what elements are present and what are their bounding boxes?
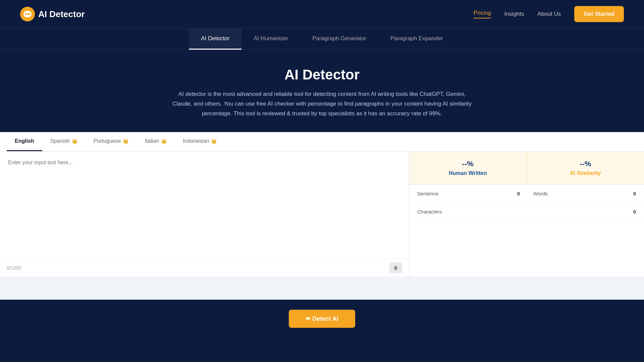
metric-row-characters: Characters 0: [409, 203, 644, 221]
lang-portuguese-label: Portuguese: [94, 138, 121, 144]
lang-tab-spanish[interactable]: Spanish 👑: [42, 132, 86, 151]
nav-right: Pricing Insights About Us Get Started: [474, 6, 624, 22]
editor-container: 0/1200 🗑 --% Human Written --% AI Simila…: [0, 152, 644, 277]
hero-title: AI Detector: [67, 67, 577, 83]
svg-point-3: [28, 13, 30, 15]
delete-button[interactable]: 🗑: [389, 262, 402, 273]
results-metrics: Sentence 0 Words 0 Characters 0: [409, 184, 644, 221]
sub-nav: AI Detector AI Humanizer Paragraph Gener…: [0, 28, 644, 50]
detect-section: ✏ Detect AI: [0, 300, 644, 338]
results-stats: --% Human Written --% AI Similarity: [409, 152, 644, 184]
delete-icon: 🗑: [393, 265, 398, 270]
language-tabs: English Spanish 👑 Portuguese 👑 Italian 👑…: [0, 132, 644, 152]
hero-description: AI detector is the most advanced and rel…: [171, 89, 473, 119]
sub-nav-paragraph-expander[interactable]: Paragraph Expander: [378, 28, 455, 50]
crown-icon-indonesian: 👑: [211, 138, 217, 144]
sentence-label: Sentence: [417, 191, 511, 196]
human-written-percent: --%: [417, 160, 519, 168]
sub-nav-ai-humanizer[interactable]: AI Humanizer: [241, 28, 300, 50]
lang-tab-portuguese[interactable]: Portuguese 👑: [86, 132, 137, 151]
text-input-area: 0/1200 🗑: [0, 152, 409, 277]
lang-tab-indonesian[interactable]: Indonesian 👑: [175, 132, 225, 151]
sub-nav-ai-detector[interactable]: AI Detector: [189, 28, 241, 50]
words-label: Words: [533, 191, 627, 196]
hero-section: AI Detector AI detector is the most adva…: [0, 50, 644, 132]
logo-icon: [20, 7, 35, 21]
words-value: 0: [633, 191, 636, 196]
metric-row-sentence-words: Sentence 0 Words 0: [409, 185, 644, 203]
header: AI Detector Pricing Insights About Us Ge…: [0, 0, 644, 28]
ai-similarity-label: AI Similarity: [535, 170, 636, 176]
crown-icon-spanish: 👑: [72, 138, 77, 144]
main-content: English Spanish 👑 Portuguese 👑 Italian 👑…: [0, 132, 644, 300]
lang-italian-label: Italian: [145, 138, 159, 144]
nav-about-us[interactable]: About Us: [537, 11, 561, 17]
characters-label: Characters: [417, 209, 627, 215]
lang-tab-italian[interactable]: Italian 👑: [137, 132, 175, 151]
get-started-button[interactable]: Get Started: [574, 6, 624, 22]
nav-pricing[interactable]: Pricing: [474, 10, 491, 18]
ai-similarity-stat: --% AI Similarity: [527, 152, 644, 184]
text-input[interactable]: [0, 152, 409, 259]
detect-ai-button[interactable]: ✏ Detect AI: [289, 310, 355, 328]
results-panel: --% Human Written --% AI Similarity Sent…: [409, 152, 644, 277]
char-count: 0/1200: [7, 265, 21, 270]
logo[interactable]: AI Detector: [20, 7, 85, 21]
crown-icon-portuguese: 👑: [123, 138, 128, 144]
crown-icon-italian: 👑: [161, 138, 167, 144]
lang-english-label: English: [15, 138, 34, 144]
svg-point-1: [23, 11, 32, 17]
ai-similarity-percent: --%: [535, 160, 636, 168]
nav-insights[interactable]: Insights: [504, 11, 524, 17]
sentence-value: 0: [517, 191, 520, 196]
lang-spanish-label: Spanish: [50, 138, 70, 144]
sub-nav-paragraph-generator[interactable]: Paragraph Generator: [300, 28, 378, 50]
human-written-stat: --% Human Written: [409, 152, 527, 184]
svg-point-2: [25, 13, 27, 15]
logo-text: AI Detector: [38, 9, 85, 19]
lang-indonesian-label: Indonesian: [183, 138, 209, 144]
human-written-label: Human Written: [417, 170, 519, 176]
textarea-footer: 0/1200 🗑: [0, 259, 409, 277]
characters-value: 0: [633, 209, 636, 215]
lang-tab-english[interactable]: English: [7, 132, 42, 151]
